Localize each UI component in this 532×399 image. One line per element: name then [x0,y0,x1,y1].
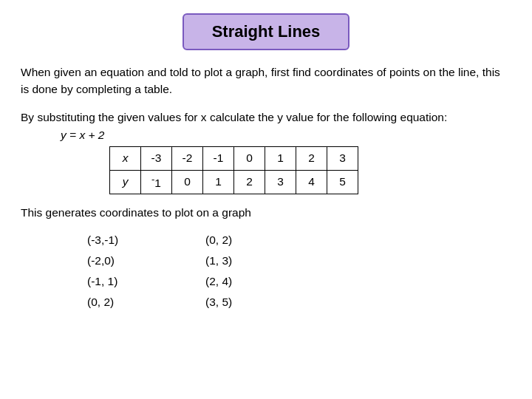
x-val-5: 1 [265,146,296,170]
y-val-7: 5 [327,170,358,194]
coord-right-4: (3, 5) [205,293,324,311]
x-val-4: 0 [234,146,265,170]
coord-left-1: (-3,-1) [87,231,205,249]
generates-text: This generates coordinates to plot on a … [21,206,511,219]
coordinates-section: (-3,-1) (-2,0) (-1, 1) (0, 2) (0, 2) (1,… [87,231,511,311]
x-val-6: 2 [296,146,327,170]
values-table: x -3 -2 -1 0 1 2 3 y -1 0 1 2 3 4 5 [109,146,358,194]
x-val-2: -2 [172,146,203,170]
intro-paragraph: When given an equation and told to plot … [21,64,511,98]
x-val-3: -1 [203,146,234,170]
coord-right-3: (2, 4) [205,273,324,290]
coord-right-2: (1, 3) [205,252,324,270]
page: Straight Lines When given an equation an… [0,0,532,399]
subtext-paragraph: By substituting the given values for x c… [21,109,511,126]
y-val-2: 0 [172,170,203,194]
x-val-1: -3 [141,146,172,170]
table-wrapper: x -3 -2 -1 0 1 2 3 y -1 0 1 2 3 4 5 [109,146,511,194]
page-title: Straight Lines [212,22,321,41]
y-val-4: 2 [234,170,265,194]
y-val-6: 4 [296,170,327,194]
y-val-1: -1 [141,170,172,194]
coord-left-2: (-2,0) [87,252,205,270]
table-data-row: y -1 0 1 2 3 4 5 [110,170,358,194]
title-box: Straight Lines [183,13,350,50]
y-val-5: 3 [265,170,296,194]
x-val-7: 3 [327,146,358,170]
coord-right-1: (0, 2) [205,231,324,249]
coord-left-3: (-1, 1) [87,273,205,290]
equation: y = x + 2 [61,129,511,142]
y-header: y [110,170,141,194]
x-header: x [110,146,141,170]
y-val-3: 1 [203,170,234,194]
coords-left-col: (-3,-1) (-2,0) (-1, 1) (0, 2) [87,231,205,311]
table-header-row: x -3 -2 -1 0 1 2 3 [110,146,358,170]
coords-right-col: (0, 2) (1, 3) (2, 4) (3, 5) [205,231,324,311]
coord-left-4: (0, 2) [87,293,205,311]
